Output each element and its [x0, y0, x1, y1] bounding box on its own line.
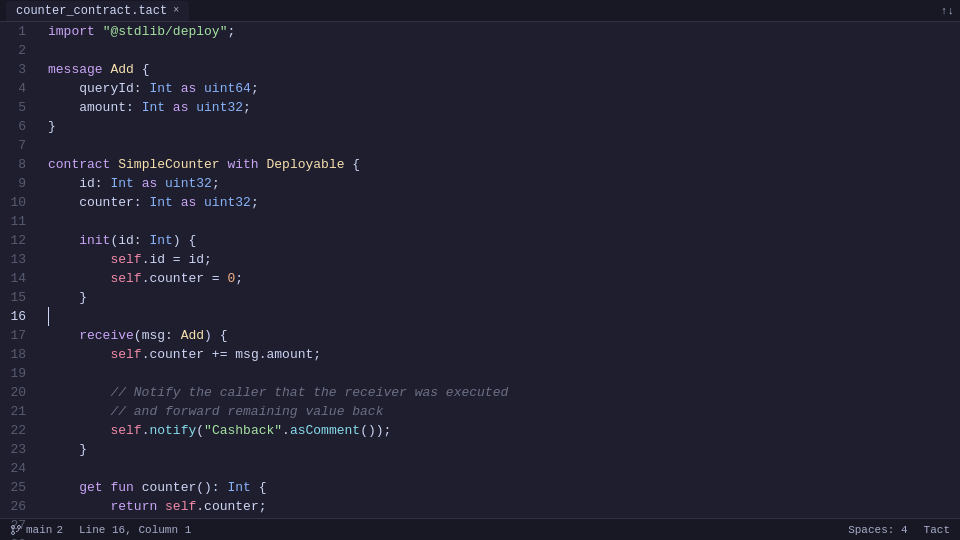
- encoding-info: Tact: [924, 524, 950, 536]
- line-number: 21: [0, 402, 32, 421]
- line-number: 28: [0, 535, 32, 540]
- editor-tab[interactable]: counter_contract.tact ×: [6, 1, 189, 21]
- editor-area: 1234567891011121314151617181920212223242…: [0, 22, 960, 518]
- line-number: 25: [0, 478, 32, 497]
- line-number: 22: [0, 421, 32, 440]
- line-number: 24: [0, 459, 32, 478]
- status-bar: main 2 Line 16, Column 1 Spaces: 4 Tact: [0, 518, 960, 540]
- line-number: 20: [0, 383, 32, 402]
- line-number: 6: [0, 117, 32, 136]
- git-icon: [10, 524, 22, 536]
- code-line: receive(msg: Add) {: [48, 326, 960, 345]
- line-number: 5: [0, 98, 32, 117]
- code-line: [48, 212, 960, 231]
- line-number: 13: [0, 250, 32, 269]
- line-number: 19: [0, 364, 32, 383]
- line-number: 3: [0, 60, 32, 79]
- code-line: import "@stdlib/deploy";: [48, 22, 960, 41]
- git-branch: main 2: [10, 524, 63, 536]
- code-line: self.id = id;: [48, 250, 960, 269]
- code-line: id: Int as uint32;: [48, 174, 960, 193]
- code-line: self.counter = 0;: [48, 269, 960, 288]
- code-line: [48, 136, 960, 155]
- line-number: 2: [0, 41, 32, 60]
- scroll-arrows: ↑↓: [941, 5, 954, 17]
- code-line: }: [48, 516, 960, 518]
- line-number: 1: [0, 22, 32, 41]
- code-line: // Notify the caller that the receiver w…: [48, 383, 960, 402]
- branch-num: 2: [56, 524, 63, 536]
- line-number: 7: [0, 136, 32, 155]
- line-number: 17: [0, 326, 32, 345]
- line-numbers: 1234567891011121314151617181920212223242…: [0, 22, 40, 518]
- code-line: init(id: Int) {: [48, 231, 960, 250]
- line-col: Line 16, Column 1: [79, 524, 191, 536]
- tab-filename: counter_contract.tact: [16, 4, 167, 18]
- code-line: message Add {: [48, 60, 960, 79]
- code-line: amount: Int as uint32;: [48, 98, 960, 117]
- line-number: 8: [0, 155, 32, 174]
- code-content[interactable]: import "@stdlib/deploy"; message Add { q…: [40, 22, 960, 518]
- status-bar-left: main 2 Line 16, Column 1: [10, 524, 191, 536]
- code-line: // and forward remaining value back: [48, 402, 960, 421]
- code-line: [48, 41, 960, 60]
- line-number: 14: [0, 269, 32, 288]
- line-number: 15: [0, 288, 32, 307]
- tab-close-button[interactable]: ×: [173, 5, 179, 16]
- line-number: 12: [0, 231, 32, 250]
- line-number: 10: [0, 193, 32, 212]
- line-number: 9: [0, 174, 32, 193]
- title-bar-right: ↑↓: [941, 5, 954, 17]
- line-number: 16: [0, 307, 32, 326]
- title-bar: counter_contract.tact × ↑↓: [0, 0, 960, 22]
- code-line: }: [48, 117, 960, 136]
- code-line: contract SimpleCounter with Deployable {: [48, 155, 960, 174]
- code-line: [48, 459, 960, 478]
- status-bar-right: Spaces: 4 Tact: [848, 524, 950, 536]
- title-bar-left: counter_contract.tact ×: [6, 1, 189, 21]
- svg-point-1: [12, 531, 15, 534]
- branch-name: main: [26, 524, 52, 536]
- svg-point-0: [12, 525, 15, 528]
- code-line: return self.counter;: [48, 497, 960, 516]
- code-line: [48, 364, 960, 383]
- spaces-info: Spaces: 4: [848, 524, 907, 536]
- code-line: queryId: Int as uint64;: [48, 79, 960, 98]
- code-line: counter: Int as uint32;: [48, 193, 960, 212]
- svg-point-2: [18, 525, 21, 528]
- code-line: self.counter += msg.amount;: [48, 345, 960, 364]
- line-number: 4: [0, 79, 32, 98]
- code-line: }: [48, 440, 960, 459]
- line-number: 23: [0, 440, 32, 459]
- line-number: 26: [0, 497, 32, 516]
- code-line: [48, 307, 960, 326]
- code-line: get fun counter(): Int {: [48, 478, 960, 497]
- line-number: 11: [0, 212, 32, 231]
- code-line: }: [48, 288, 960, 307]
- code-line: self.notify("Cashback".asComment());: [48, 421, 960, 440]
- line-number: 18: [0, 345, 32, 364]
